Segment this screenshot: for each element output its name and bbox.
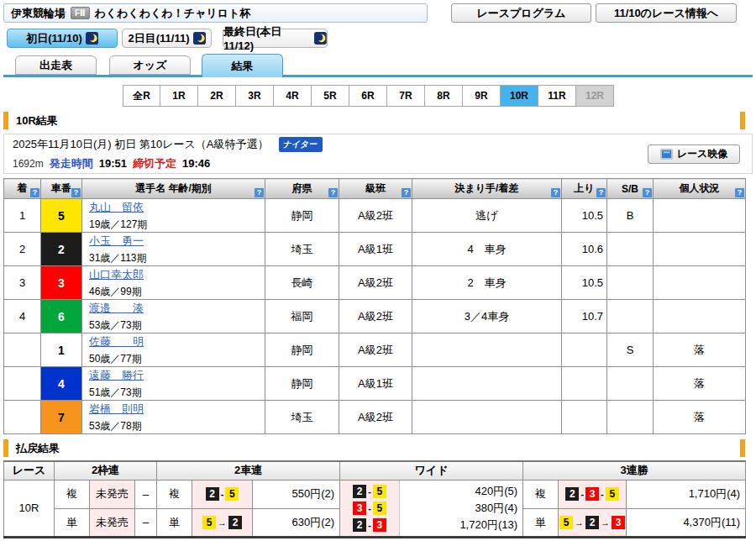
status-cell: 落 bbox=[654, 334, 746, 367]
race-tab-3r[interactable]: 3R bbox=[236, 85, 274, 107]
race-tab-9r[interactable]: 9R bbox=[463, 85, 501, 107]
race-info-button[interactable]: 11/10のレース情報へ bbox=[596, 3, 737, 23]
margin-cell: 逃げ bbox=[412, 199, 562, 233]
col-rank: 着? bbox=[4, 179, 41, 199]
help-icon[interactable]: ? bbox=[735, 188, 744, 197]
col-two-frame: 2枠連 bbox=[55, 461, 157, 480]
tab-odds[interactable]: オッズ bbox=[109, 55, 191, 75]
race-tab-4r[interactable]: 4R bbox=[274, 85, 312, 107]
arrow-separator: → bbox=[218, 517, 227, 528]
day-tab-day2[interactable]: 2日目(11/11) bbox=[122, 29, 212, 48]
help-icon[interactable]: ? bbox=[643, 188, 652, 197]
col-race: レース bbox=[4, 461, 55, 480]
car-number-cell: 3 bbox=[41, 266, 82, 300]
sb-cell bbox=[607, 367, 654, 401]
tab-start-list[interactable]: 出走表 bbox=[15, 55, 97, 75]
car-chip-5: 5 bbox=[225, 487, 239, 501]
grade-cell: A級1班 bbox=[339, 233, 412, 266]
night-race-icon bbox=[314, 32, 327, 45]
race-tab-all[interactable]: 全R bbox=[123, 85, 160, 107]
race-program-button[interactable]: レースプログラム bbox=[451, 3, 591, 23]
car-chip-5: 5 bbox=[373, 485, 386, 498]
tab-underline bbox=[3, 75, 753, 77]
race-tab-11r[interactable]: 11R bbox=[538, 85, 576, 107]
rank-cell bbox=[4, 334, 41, 367]
race-tab-1r[interactable]: 1R bbox=[160, 85, 198, 107]
rider-name-link[interactable]: 山口幸太郎 bbox=[89, 268, 144, 281]
race-number-tabs: 全R 1R 2R 3R 4R 5R 6R 7R 8R 9R 10R 11R 12… bbox=[123, 85, 756, 107]
car-number-cell: 5 bbox=[41, 199, 82, 233]
result-row: 46渡邉 湊53歳／73期福岡A級2班3／4車身10.7 bbox=[4, 300, 746, 334]
payout-race-number: 10R bbox=[4, 480, 55, 537]
col-prefecture: 府県? bbox=[265, 179, 339, 199]
margin-cell bbox=[412, 401, 562, 434]
grade-cell: A級2班 bbox=[339, 266, 412, 300]
payout-table: レース 2枠連 2車連 ワイド 3連勝 10R 複 未発売 – 複 2-5 55… bbox=[3, 460, 746, 538]
two-bike-place-combo: 2-5 bbox=[192, 480, 253, 508]
race-tab-2r[interactable]: 2R bbox=[198, 85, 236, 107]
start-time-label: 発走時間 bbox=[50, 156, 93, 171]
margin-cell bbox=[412, 334, 562, 367]
tab-results[interactable]: 結果 bbox=[202, 54, 283, 77]
help-icon[interactable]: ? bbox=[328, 188, 338, 197]
day-tab-label: 最終日(本日11/12) bbox=[223, 24, 311, 52]
help-icon[interactable]: ? bbox=[255, 188, 264, 197]
race-tab-8r[interactable]: 8R bbox=[425, 85, 463, 107]
car-chip-5: 5 bbox=[373, 502, 386, 515]
two-bike-exact-price: 630円(2) bbox=[253, 508, 340, 537]
payout-section-header: 払戻結果 bbox=[3, 439, 745, 457]
help-icon[interactable]: ? bbox=[30, 188, 39, 197]
race-title-bar: 伊東競輪場 FⅡ わくわくわくわ！チャリロト杯 bbox=[3, 3, 428, 23]
rider-name-link[interactable]: 佐藤 明 bbox=[89, 335, 144, 348]
day-tab-final[interactable]: 最終日(本日11/12) bbox=[223, 29, 328, 48]
arrow-separator: → bbox=[601, 517, 610, 528]
trio-exact-label: 単 bbox=[523, 508, 559, 537]
rider-name-link[interactable]: 遠藤 勝行 bbox=[89, 369, 144, 381]
race-tab-6r[interactable]: 6R bbox=[349, 85, 387, 107]
help-icon[interactable]: ? bbox=[596, 188, 606, 197]
start-time-value: 19:51 bbox=[99, 157, 127, 170]
keirin-results-page: 伊東競輪場 FⅡ わくわくわくわ！チャリロト杯 レースプログラム 11/10のレ… bbox=[0, 0, 756, 541]
race-distance: 1692m bbox=[13, 158, 44, 170]
orange-bar-right bbox=[740, 112, 745, 129]
dash-separator: - bbox=[601, 489, 604, 499]
car-chip-5: 5 bbox=[559, 516, 573, 529]
rider-name-link[interactable]: 小玉 勇一 bbox=[89, 234, 144, 247]
help-icon[interactable]: ? bbox=[402, 188, 411, 197]
car-chip-2: 2 bbox=[585, 516, 599, 529]
two-frame-place-value: 未発売 bbox=[90, 480, 135, 508]
night-race-icon bbox=[86, 32, 98, 45]
margin-cell: 3／4車身 bbox=[412, 300, 562, 334]
sb-cell: S bbox=[607, 334, 654, 367]
rank-cell: 3 bbox=[4, 266, 41, 300]
rider-name-link[interactable]: 渡邉 湊 bbox=[89, 302, 144, 314]
col-car-number: 車番? bbox=[41, 179, 82, 199]
car-chip-2: 2 bbox=[206, 487, 219, 501]
race-tab-7r[interactable]: 7R bbox=[387, 85, 425, 107]
prefecture-cell: 静岡 bbox=[265, 367, 339, 401]
rider-name-link[interactable]: 丸山 留依 bbox=[89, 201, 144, 213]
status-cell bbox=[654, 233, 746, 266]
video-icon bbox=[660, 149, 673, 160]
help-icon[interactable]: ? bbox=[71, 188, 81, 197]
two-frame-place-price: – bbox=[135, 480, 157, 508]
race-tab-10r[interactable]: 10R bbox=[501, 85, 538, 107]
race-series-title: わくわくわくわ！チャリロト杯 bbox=[95, 6, 251, 21]
margin-cell: 2 車身 bbox=[412, 266, 562, 300]
trio-exact-price: 4,370円(11) bbox=[627, 508, 746, 537]
status-cell bbox=[654, 266, 746, 300]
status-cell: 落 bbox=[654, 401, 746, 434]
prefecture-cell: 静岡 bbox=[265, 199, 339, 233]
race-video-button[interactable]: レース映像 bbox=[648, 144, 740, 164]
rider-cell: 佐藤 明50歳／77期 bbox=[82, 334, 265, 367]
race-tab-5r[interactable]: 5R bbox=[312, 85, 349, 107]
lap-time-cell bbox=[562, 367, 607, 401]
car-number-cell: 7 bbox=[41, 401, 82, 434]
payout-header-row: レース 2枠連 2車連 ワイド 3連勝 bbox=[4, 461, 746, 480]
result-row: 22小玉 勇一31歳／113期埼玉A級1班4 車身10.6 bbox=[4, 233, 746, 266]
help-icon[interactable]: ? bbox=[551, 188, 560, 197]
day-tab-day1[interactable]: 初日(11/10) bbox=[7, 29, 118, 48]
rider-age: 53歳／78期 bbox=[89, 419, 265, 433]
night-race-badge: ナイター bbox=[279, 137, 323, 152]
rider-name-link[interactable]: 岩橋 則明 bbox=[89, 402, 144, 415]
